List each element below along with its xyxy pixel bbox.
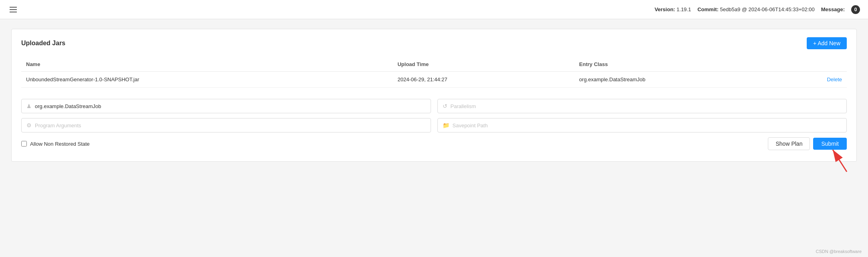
jars-table: Name Upload Time Entry Class UnboundedSt… — [21, 57, 847, 88]
col-header-action — [806, 57, 847, 72]
message-badge[interactable]: 0 — [851, 5, 860, 14]
footer-text: CSDN @breaksoftware — [816, 249, 862, 254]
col-header-name: Name — [21, 57, 393, 72]
col-header-upload-time: Upload Time — [393, 57, 574, 72]
main-content: Uploaded Jars + Add New Name Upload Time… — [0, 19, 868, 171]
savepoint-path-field-wrapper: 📁 — [437, 118, 847, 133]
navbar-left — [8, 5, 18, 14]
menu-icon[interactable] — [8, 5, 18, 14]
form-action-row: Allow Non Restored State Show Plan Submi… — [21, 137, 847, 150]
svg-line-1 — [833, 150, 847, 172]
form-button-group: Show Plan Submit — [768, 137, 847, 150]
entry-class-field-wrapper: ♟ — [21, 99, 431, 113]
navbar-right: Version: 1.19.1 Commit: 5edb5a9 @ 2024-0… — [655, 5, 860, 14]
show-plan-button[interactable]: Show Plan — [768, 137, 810, 150]
program-args-input[interactable] — [35, 122, 426, 128]
arrow-container: Submit — [813, 138, 847, 150]
program-args-field-wrapper: ⚙ — [21, 118, 431, 133]
commit-info: Commit: 5edb5a9 @ 2024-06-06T14:45:33+02… — [697, 6, 815, 12]
jar-form-section: ♟ ↺ ⚙ 📁 — [21, 94, 847, 150]
add-new-button[interactable]: + Add New — [807, 37, 847, 49]
version-label: Version: 1.19.1 — [655, 6, 691, 12]
person-icon: ♟ — [26, 103, 32, 109]
refresh-icon: ↺ — [443, 103, 447, 109]
submit-button[interactable]: Submit — [813, 138, 847, 150]
entry-class-input[interactable] — [35, 103, 426, 109]
red-arrow-indicator — [819, 146, 851, 174]
jar-entry-class: org.example.DataStreamJob — [574, 72, 806, 88]
footer: CSDN @breaksoftware — [816, 249, 862, 254]
card-title: Uploaded Jars — [21, 40, 65, 47]
folder-icon: 📁 — [443, 122, 449, 128]
allow-non-restored-text: Allow Non Restored State — [30, 141, 90, 147]
delete-link[interactable]: Delete — [827, 76, 842, 82]
allow-non-restored-checkbox[interactable] — [21, 141, 27, 147]
savepoint-path-input[interactable] — [453, 122, 842, 128]
jar-upload-time: 2024-06-29, 21:44:27 — [393, 72, 574, 88]
card-header: Uploaded Jars + Add New — [21, 37, 847, 49]
allow-non-restored-label[interactable]: Allow Non Restored State — [21, 141, 90, 147]
uploaded-jars-card: Uploaded Jars + Add New Name Upload Time… — [11, 29, 857, 162]
form-row-1: ♟ ↺ — [21, 99, 847, 113]
parallelism-field-wrapper: ↺ — [437, 99, 847, 113]
col-header-entry-class: Entry Class — [574, 57, 806, 72]
jar-name: UnboundedStreamGenerator-1.0-SNAPSHOT.ja… — [21, 72, 393, 88]
navbar: Version: 1.19.1 Commit: 5edb5a9 @ 2024-0… — [0, 0, 868, 19]
form-row-2: ⚙ 📁 — [21, 118, 847, 133]
table-row: UnboundedStreamGenerator-1.0-SNAPSHOT.ja… — [21, 72, 847, 88]
jar-action: Delete — [806, 72, 847, 88]
message-info: Message: — [821, 6, 845, 12]
parallelism-input[interactable] — [451, 103, 842, 109]
gear-icon: ⚙ — [26, 122, 32, 128]
